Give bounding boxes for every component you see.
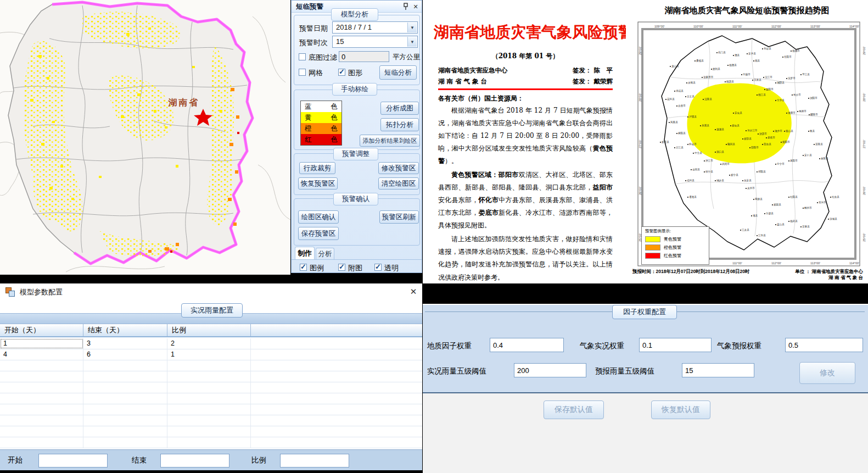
filter-area-input[interactable]: [339, 51, 389, 62]
table-cell[interactable]: [83, 360, 167, 371]
table-cell[interactable]: [251, 349, 422, 360]
color-listbox[interactable]: 蓝色 黄色 橙色 红色: [300, 101, 342, 146]
rain-live-threshold-input[interactable]: [514, 363, 586, 377]
table-cell[interactable]: [83, 404, 167, 415]
geo-weight-input[interactable]: [490, 338, 564, 352]
table-cell[interactable]: [167, 382, 251, 393]
ratio-input[interactable]: [280, 454, 349, 468]
table-cell[interactable]: [251, 360, 422, 371]
province-risk-map[interactable]: 湖南省: [0, 0, 290, 275]
warning-time-select[interactable]: 15 ▼: [332, 36, 418, 48]
pin-icon[interactable]: [402, 3, 410, 10]
clear-draw-area-button[interactable]: 清空绘图区: [378, 177, 419, 190]
table-cell[interactable]: [83, 415, 167, 426]
start-input[interactable]: [38, 454, 108, 468]
save-defaults-button[interactable]: 保存默认值: [544, 400, 604, 419]
table-cell[interactable]: [167, 426, 251, 437]
table-cell[interactable]: [0, 404, 83, 415]
rain-forecast-threshold-input[interactable]: [682, 363, 754, 377]
table-row[interactable]: 461: [0, 349, 422, 360]
modify-button[interactable]: 修改: [799, 362, 855, 384]
live-weight-input[interactable]: [639, 338, 712, 352]
color-item-yellow[interactable]: 黄色: [301, 112, 341, 123]
table-cell[interactable]: [0, 415, 83, 426]
restore-defaults-button[interactable]: 恢复默认值: [651, 400, 710, 419]
column-header-ratio[interactable]: 比例: [167, 324, 251, 336]
table-row[interactable]: [0, 371, 422, 382]
table-cell[interactable]: [83, 426, 167, 437]
table-cell[interactable]: 1: [167, 349, 251, 360]
color-item-blue[interactable]: 蓝色: [301, 101, 341, 112]
shape-checkbox[interactable]: [338, 69, 345, 76]
topology-analysis-button[interactable]: 拓扑分析: [380, 118, 419, 131]
table-cell[interactable]: [0, 360, 83, 371]
table-cell[interactable]: [167, 404, 251, 415]
warning-date-select[interactable]: 2018 / 7 / 1 ▼: [332, 21, 418, 34]
table-row[interactable]: [0, 404, 422, 415]
table-cell[interactable]: [251, 415, 422, 426]
table-cell[interactable]: [0, 426, 83, 437]
analysis-to-map-button[interactable]: 分析成图: [380, 102, 419, 115]
table-cell[interactable]: [251, 393, 422, 404]
rain-config-tab[interactable]: 实况雨量配置: [181, 303, 243, 318]
table-row[interactable]: [0, 415, 422, 426]
column-header-start[interactable]: 开始（天）: [0, 324, 83, 336]
short-term-analysis-button[interactable]: 短临分析: [379, 65, 417, 80]
modify-warning-zone-button[interactable]: 修改预警区: [378, 162, 419, 174]
factor-weight-tab[interactable]: 因子权重配置: [612, 305, 677, 319]
table-cell[interactable]: [83, 371, 167, 382]
table-cell[interactable]: 4: [0, 349, 83, 360]
table-cell[interactable]: [251, 338, 422, 349]
table-cell[interactable]: [83, 437, 167, 448]
table-cell[interactable]: [251, 437, 422, 448]
attachment-map-checkbox[interactable]: [338, 264, 345, 271]
rain-config-table[interactable]: 开始（天） 结束（天） 比例 132461: [0, 324, 422, 449]
table-cell[interactable]: 1: [0, 338, 83, 349]
transparent-checkbox[interactable]: [374, 264, 382, 271]
table-cell[interactable]: [0, 371, 83, 382]
forecast-weight-input[interactable]: [785, 338, 863, 352]
end-input[interactable]: [160, 454, 229, 468]
table-row[interactable]: [0, 360, 422, 371]
table-cell[interactable]: [167, 415, 251, 426]
table-cell[interactable]: [167, 371, 251, 382]
table-cell[interactable]: [167, 437, 251, 448]
table-row[interactable]: 132: [0, 338, 422, 349]
table-cell[interactable]: [0, 437, 83, 448]
chevron-down-icon[interactable]: ▼: [407, 23, 417, 32]
table-cell[interactable]: 2: [167, 338, 251, 349]
color-item-red[interactable]: 红色: [301, 134, 341, 145]
tab-make[interactable]: 制作: [295, 247, 315, 260]
table-cell[interactable]: [167, 360, 251, 371]
table-cell[interactable]: [251, 426, 422, 437]
legend-checkbox[interactable]: [300, 264, 307, 271]
tab-analysis[interactable]: 分析: [316, 248, 334, 260]
restore-warning-zone-button[interactable]: 恢复预警区: [298, 177, 338, 190]
add-result-button[interactable]: 添加分析结果到绘区: [360, 135, 420, 147]
save-warning-zone-button[interactable]: 保存预警区: [298, 227, 339, 240]
close-icon[interactable]: ✕: [412, 3, 419, 10]
table-cell[interactable]: [83, 382, 167, 393]
warning-zone-refresh-button[interactable]: 预警区刷新: [379, 210, 419, 224]
table-cell[interactable]: [167, 393, 251, 404]
chevron-down-icon[interactable]: ▼: [407, 37, 417, 47]
draw-area-confirm-button[interactable]: 绘图区确认: [298, 210, 339, 224]
table-cell[interactable]: 6: [83, 349, 167, 360]
table-cell[interactable]: 3: [83, 338, 167, 349]
table-row[interactable]: [0, 426, 422, 437]
dialog-titlebar[interactable]: 模型参数配置 ✕: [0, 283, 422, 300]
column-header-end[interactable]: 结束（天）: [83, 324, 167, 336]
table-row[interactable]: [0, 393, 422, 404]
table-row[interactable]: [0, 382, 422, 393]
table-row[interactable]: [0, 437, 422, 448]
table-cell[interactable]: [0, 382, 83, 393]
table-cell[interactable]: [251, 404, 422, 415]
admin-clip-button[interactable]: 行政裁剪: [299, 162, 335, 174]
grid-checkbox[interactable]: [299, 69, 306, 76]
table-cell[interactable]: [83, 393, 167, 404]
close-icon[interactable]: ✕: [407, 286, 419, 298]
basemap-filter-checkbox[interactable]: [299, 53, 306, 60]
table-cell[interactable]: [251, 371, 422, 382]
table-cell[interactable]: [0, 393, 83, 404]
table-cell[interactable]: [251, 382, 422, 393]
